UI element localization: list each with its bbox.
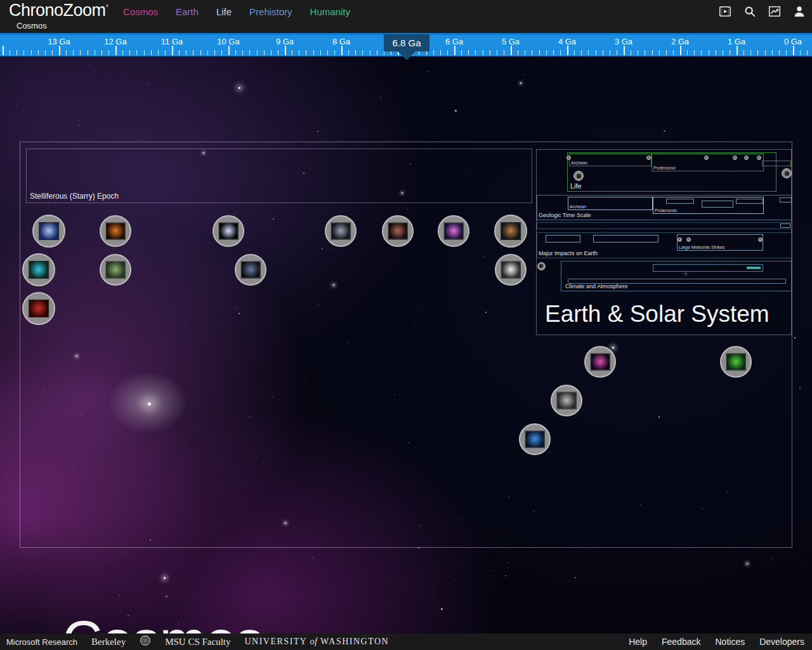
sub-timeline[interactable] (736, 199, 763, 204)
exhibit-bubble-photo[interactable] (100, 254, 131, 286)
ruler-tick-label: 5 Ga (502, 37, 520, 46)
exhibit-bubble-dark-nebula[interactable] (382, 215, 414, 247)
timeline-ruler[interactable]: 6.8 Ga 13 Ga12 Ga11 Ga10 Ga9 Ga8 Ga7 Ga6… (0, 33, 812, 56)
mini-exhibit[interactable] (537, 262, 546, 270)
exhibit-bubble-red-image[interactable] (22, 292, 55, 325)
ruler-tick (334, 50, 335, 55)
footer-partner-microsoft-research[interactable]: Microsoft Research (6, 637, 77, 647)
ruler-tick-label: 12 Ga (104, 37, 126, 46)
timeline-gts-archean[interactable]: Archean (568, 197, 653, 210)
timeline-gts-label: Geologic Time Scale (539, 212, 591, 218)
ruler-tick (88, 50, 88, 55)
exhibit-bubble-ozone-map[interactable] (720, 346, 752, 378)
footer-link-developers[interactable]: Developers (759, 637, 804, 647)
footer-partner-washington[interactable]: UNIVERSITY of WASHINGTON (244, 637, 389, 647)
sub-timeline[interactable] (666, 199, 694, 204)
mini-exhibit[interactable] (744, 156, 749, 160)
timeline-major-impacts[interactable]: Large Meteorite Strikes Major Impacts on… (537, 232, 792, 258)
nav-humanity[interactable]: Humanity (310, 6, 350, 17)
footer-link-notices[interactable]: Notices (715, 637, 745, 647)
nav-cosmos[interactable]: Cosmos (123, 6, 158, 17)
logo-mark: ° (106, 3, 108, 11)
ruler-tick (603, 50, 603, 55)
timeline-gts-proterozoic[interactable]: Proterozoic (653, 197, 764, 214)
ruler-tick (285, 46, 286, 55)
search-icon[interactable] (743, 4, 757, 18)
star (676, 85, 676, 86)
timeline-large-meteorite-strikes[interactable]: Large Meteorite Strikes (677, 234, 763, 251)
exhibit-bubble-heatmap[interactable] (22, 253, 55, 286)
sub-timeline[interactable] (780, 223, 790, 228)
sub-timeline[interactable] (593, 235, 658, 242)
mini-exhibit[interactable] (704, 156, 709, 160)
exhibit-bubble-starfield-chart[interactable] (325, 215, 357, 247)
breadcrumb[interactable]: Cosmos (16, 21, 47, 30)
mini-exhibit[interactable] (678, 237, 682, 242)
ruler-tick (122, 50, 123, 55)
timeline-geologic-time-scale[interactable]: Archean Proterozoic Geologic Time Scale (537, 195, 792, 220)
ruler-tick (617, 50, 617, 55)
nav-earth[interactable]: Earth (176, 6, 199, 17)
nav-prehistory[interactable]: Prehistory (249, 6, 292, 17)
timeline-stelliferous-label: Stelliferous (Starry) Epoch (30, 192, 119, 201)
timeseries-icon[interactable] (768, 4, 782, 18)
mini-exhibit[interactable] (573, 171, 584, 181)
exhibit-bubble-starburst[interactable] (213, 215, 244, 247)
sub-timeline-band[interactable] (537, 222, 792, 229)
mini-exhibit[interactable] (646, 156, 651, 160)
ruler-tick-label: 10 Ga (217, 37, 239, 46)
exhibit-bubble-spiral-galaxy[interactable] (32, 215, 65, 248)
star (112, 103, 112, 103)
exhibit-bubble-multi-panel[interactable] (494, 215, 527, 248)
ruler-tick (490, 50, 490, 55)
exhibit-bubble-earth-photo[interactable] (519, 423, 551, 455)
ruler-tick-label: 8 Ga (332, 37, 350, 46)
footer-link-help[interactable]: Help (629, 637, 647, 647)
sub-timeline[interactable] (702, 201, 733, 208)
star (575, 577, 576, 578)
mini-exhibit[interactable] (686, 237, 691, 242)
mini-exhibit[interactable] (566, 156, 571, 160)
mini-exhibit[interactable] (758, 237, 763, 242)
star (453, 614, 454, 614)
timeline-climate-atmosphere[interactable]: Climate and Atmosphere (561, 261, 792, 291)
tours-icon[interactable] (718, 4, 732, 18)
sub-timeline[interactable] (546, 235, 580, 242)
ruler-tick (525, 50, 525, 55)
ruler-tick (709, 50, 709, 55)
ruler-tick (52, 50, 53, 55)
star (600, 86, 601, 87)
nav-life[interactable]: Life (216, 6, 232, 17)
mini-exhibit[interactable] (733, 156, 737, 160)
ruler-tick (193, 50, 193, 55)
exhibit-bubble-blue-pink-nebula[interactable] (438, 215, 469, 247)
ruler-tick-label: 4 Ga (558, 37, 576, 46)
exhibit-bubble-pink-nebula[interactable] (584, 346, 616, 378)
star (239, 114, 239, 114)
chronozoom-logo[interactable]: ChronoZoom° (9, 1, 108, 20)
exhibit-bubble-dark-panel[interactable] (235, 254, 266, 286)
sub-timeline[interactable] (653, 264, 763, 272)
footer-partner-berkeley[interactable]: Berkeley (91, 637, 126, 647)
mini-exhibit[interactable] (757, 156, 761, 160)
timeline-major-impacts-label: Major Impacts on Earth (539, 250, 598, 256)
exhibit-bubble-moon-surface[interactable] (551, 385, 582, 416)
ruler-tick (440, 50, 441, 55)
footer-link-feedback[interactable]: Feedback (662, 637, 700, 647)
ruler-tick (779, 50, 780, 55)
footer-partner-msu-cs-faculty[interactable]: MSU CS Faculty (165, 637, 230, 647)
timeline-stelliferous-epoch[interactable]: Stelliferous (Starry) Epoch (26, 149, 532, 203)
logo-text: ChronoZoom (9, 1, 106, 20)
exhibit-bubble-orange-nebula[interactable] (100, 215, 131, 247)
profile-icon[interactable] (792, 4, 806, 18)
ruler-tick (327, 50, 328, 55)
mini-exhibit[interactable] (782, 168, 792, 178)
ruler-tick (299, 50, 299, 55)
ruler-tick (581, 50, 582, 55)
ruler-tick (539, 50, 540, 55)
sub-timeline[interactable] (780, 197, 792, 202)
ruler-tick (200, 50, 201, 55)
exhibit-bubble-document[interactable] (495, 254, 527, 286)
timeline-life-archean[interactable]: Archean (569, 154, 652, 166)
timeline-life-extension[interactable] (762, 161, 791, 166)
